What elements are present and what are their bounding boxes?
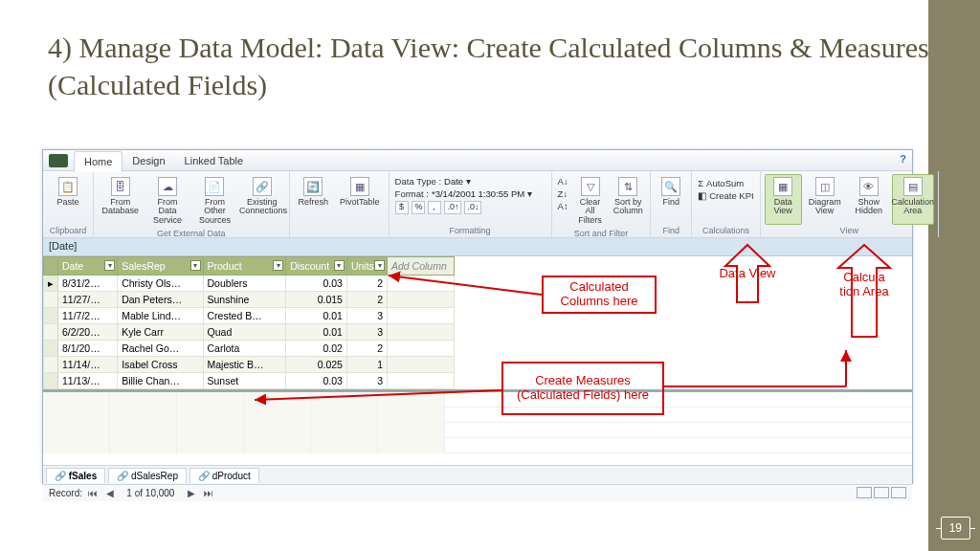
data-view-button[interactable]: ▦Data View bbox=[765, 174, 802, 225]
cell-product[interactable]: Sunshine bbox=[203, 292, 286, 308]
cell-addcolumn[interactable] bbox=[388, 341, 455, 357]
sort-by-column-button[interactable]: ⇅Sort by Column bbox=[610, 174, 646, 228]
cell-discount[interactable]: 0.02 bbox=[286, 341, 347, 357]
col-header-salesrep[interactable]: SalesRep▾ bbox=[118, 257, 203, 276]
row-selector[interactable] bbox=[44, 357, 58, 373]
sheet-tab-fsales[interactable]: 🔗 fSales bbox=[46, 468, 105, 483]
nav-first-button[interactable]: ⏮ bbox=[85, 488, 100, 498]
tab-design[interactable]: Design bbox=[122, 150, 174, 171]
cell-discount[interactable]: 0.01 bbox=[286, 324, 347, 341]
cell-date[interactable]: 11/14/… bbox=[58, 357, 118, 373]
cell-salesrep[interactable]: Mable Lind… bbox=[118, 308, 203, 324]
decrease-decimal-button[interactable]: .0↓ bbox=[464, 201, 481, 214]
create-kpi-button[interactable]: ◧ Create KPI bbox=[698, 190, 753, 201]
cell-date[interactable]: 11/13/… bbox=[58, 373, 118, 389]
status-view-icon-3[interactable] bbox=[891, 487, 906, 498]
calculation-area[interactable] bbox=[43, 392, 912, 457]
cell-salesrep[interactable]: Rachel Go… bbox=[118, 341, 203, 357]
cell-salesrep[interactable]: Christy Ols… bbox=[118, 276, 203, 292]
add-column-header[interactable]: Add Column bbox=[388, 257, 455, 276]
filter-drop-icon[interactable]: ▾ bbox=[374, 260, 385, 271]
cell-units[interactable]: 3 bbox=[346, 373, 387, 389]
table-row[interactable]: 11/14/…Isabel CrossMajestic B…0.0251 bbox=[44, 357, 455, 373]
from-database-button[interactable]: 🗄From Database bbox=[98, 174, 143, 228]
cell-date[interactable]: 11/27/… bbox=[58, 292, 118, 308]
status-view-icon-2[interactable] bbox=[874, 487, 889, 498]
cell-discount[interactable]: 0.025 bbox=[286, 357, 347, 373]
cell-addcolumn[interactable] bbox=[388, 308, 455, 324]
filter-drop-icon[interactable]: ▾ bbox=[334, 260, 345, 271]
increase-decimal-button[interactable]: .0↑ bbox=[444, 201, 461, 214]
refresh-button[interactable]: 🔄Refresh bbox=[294, 174, 334, 225]
row-selector[interactable] bbox=[44, 324, 58, 341]
diagram-view-button[interactable]: ◫Diagram View bbox=[804, 174, 846, 225]
cell-units[interactable]: 2 bbox=[346, 341, 387, 357]
row-selector[interactable] bbox=[44, 292, 58, 308]
row-selector[interactable] bbox=[44, 373, 58, 389]
tab-home[interactable]: Home bbox=[74, 151, 122, 172]
format-value[interactable]: *3/14/2001 1:30:55 PM bbox=[432, 188, 524, 199]
from-other-sources-button[interactable]: 📄From Other Sources bbox=[192, 174, 237, 228]
cell-units[interactable]: 2 bbox=[346, 292, 387, 308]
cell-units[interactable]: 1 bbox=[346, 357, 387, 373]
filter-drop-icon[interactable]: ▾ bbox=[273, 260, 283, 271]
cell-product[interactable]: Majestic B… bbox=[203, 357, 286, 373]
comma-button[interactable]: , bbox=[428, 201, 441, 214]
table-row[interactable]: ▸8/31/2…Christy Ols…Doublers0.032 bbox=[44, 276, 455, 292]
data-grid[interactable]: Date▾ SalesRep▾ Product▾ Discount▾ Units… bbox=[43, 256, 455, 389]
cell-salesrep[interactable]: Isabel Cross bbox=[118, 357, 203, 373]
column-name-bar[interactable]: [Date] bbox=[43, 238, 912, 256]
table-row[interactable]: 11/7/2…Mable Lind…Crested B…0.013 bbox=[44, 308, 455, 324]
nav-next-button[interactable]: ▶ bbox=[185, 488, 198, 498]
cell-product[interactable]: Carlota bbox=[203, 341, 286, 357]
cell-product[interactable]: Quad bbox=[203, 324, 286, 341]
cell-date[interactable]: 6/2/20… bbox=[58, 324, 118, 341]
clear-filters-button[interactable]: ▽Clear All Filters bbox=[572, 174, 609, 228]
row-selector[interactable] bbox=[44, 308, 58, 324]
from-data-service-button[interactable]: ☁From Data Service bbox=[145, 174, 189, 228]
cell-addcolumn[interactable] bbox=[388, 276, 455, 292]
col-header-product[interactable]: Product▾ bbox=[203, 257, 286, 276]
data-type-value[interactable]: Date bbox=[444, 176, 463, 187]
percent-button[interactable]: % bbox=[412, 201, 425, 214]
filter-drop-icon[interactable]: ▾ bbox=[104, 260, 115, 271]
col-header-date[interactable]: Date▾ bbox=[58, 257, 118, 276]
currency-button[interactable]: $ bbox=[395, 201, 409, 214]
find-button[interactable]: 🔍Find bbox=[655, 174, 687, 225]
chevron-down-icon[interactable]: ▾ bbox=[527, 188, 532, 199]
sheet-tab-dproduct[interactable]: 🔗 dProduct bbox=[189, 468, 259, 483]
sort-desc-button[interactable]: Z↓ bbox=[558, 188, 568, 199]
cell-salesrep[interactable]: Kyle Carr bbox=[118, 324, 203, 341]
clear-sort-button[interactable]: A↕ bbox=[558, 201, 568, 211]
cell-date[interactable]: 8/1/20… bbox=[58, 341, 118, 357]
cell-addcolumn[interactable] bbox=[388, 292, 455, 308]
pivottable-button[interactable]: ▦PivotTable bbox=[335, 174, 385, 225]
status-view-icon-1[interactable] bbox=[857, 487, 872, 498]
table-row[interactable]: 6/2/20…Kyle CarrQuad0.013 bbox=[44, 324, 455, 341]
sort-asc-button[interactable]: A↓ bbox=[558, 176, 568, 187]
nav-prev-button[interactable]: ◀ bbox=[103, 488, 117, 498]
table-row[interactable]: 8/1/20…Rachel Go…Carlota0.022 bbox=[44, 341, 455, 357]
cell-addcolumn[interactable] bbox=[388, 324, 455, 341]
cell-discount[interactable]: 0.03 bbox=[286, 373, 347, 389]
tab-linked-table[interactable]: Linked Table bbox=[175, 150, 254, 171]
calculation-area-button[interactable]: ▤Calculation Area bbox=[892, 174, 934, 225]
table-row[interactable]: 11/27/…Dan Peters…Sunshine0.0152 bbox=[44, 292, 455, 308]
paste-button[interactable]: 📋 Paste bbox=[47, 174, 89, 225]
cell-salesrep[interactable]: Dan Peters… bbox=[118, 292, 203, 308]
cell-units[interactable]: 3 bbox=[346, 308, 387, 324]
cell-product[interactable]: Crested B… bbox=[203, 308, 286, 324]
nav-last-button[interactable]: ⏭ bbox=[201, 488, 216, 498]
cell-discount[interactable]: 0.015 bbox=[286, 292, 347, 308]
cell-addcolumn[interactable] bbox=[388, 373, 455, 389]
cell-product[interactable]: Doublers bbox=[203, 276, 286, 292]
existing-connections-button[interactable]: 🔗Existing Connections bbox=[239, 174, 284, 228]
cell-date[interactable]: 8/31/2… bbox=[58, 276, 118, 292]
chevron-down-icon[interactable]: ▾ bbox=[466, 176, 471, 187]
cell-discount[interactable]: 0.01 bbox=[286, 308, 347, 324]
cell-addcolumn[interactable] bbox=[388, 357, 455, 373]
cell-units[interactable]: 3 bbox=[346, 324, 387, 341]
autosum-button[interactable]: Σ AutoSum bbox=[698, 178, 753, 188]
cell-date[interactable]: 11/7/2… bbox=[58, 308, 118, 324]
col-header-units[interactable]: Units▾ bbox=[346, 257, 387, 276]
